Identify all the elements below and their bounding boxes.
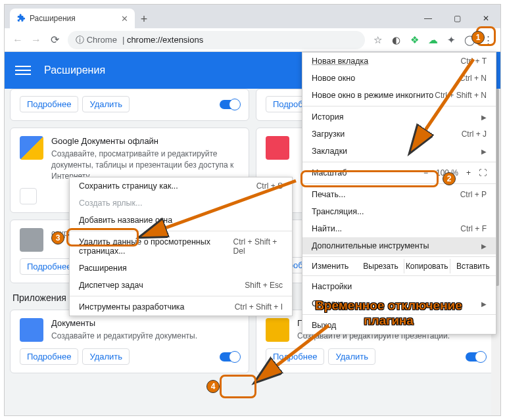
details-button[interactable]: Подробнее (20, 96, 78, 112)
card-title: Google Документы офлайн (51, 136, 239, 146)
menu-find[interactable]: Найти...Ctrl + F (302, 220, 496, 237)
menu-copy[interactable]: Копировать (404, 259, 450, 273)
submenu-save-page[interactable]: Сохранить страницу как...Ctrl + S (70, 177, 292, 195)
details-button[interactable] (20, 188, 37, 204)
titlebar: Расширения ✕ + — ▢ ✕ (5, 5, 500, 28)
submenu-task-manager[interactable]: Диспетчер задачShift + Esc (70, 277, 292, 294)
card-desc: Создавайте и редактируйте документы. (51, 331, 239, 342)
zoom-out-button[interactable]: − (423, 168, 428, 177)
zoom-in-button[interactable]: + (466, 168, 471, 177)
hamburger-icon[interactable] (15, 62, 31, 78)
menu-new-window[interactable]: Новое окноCtrl + N (302, 70, 496, 87)
details-button[interactable]: Подробнее (266, 348, 324, 365)
menu-cast[interactable]: Трансляция... (302, 203, 496, 220)
menu-cut[interactable]: Вырезать (358, 259, 404, 273)
menu-print[interactable]: Печать...Ctrl + P (302, 186, 496, 203)
evernote-icon[interactable]: ❖ (406, 32, 423, 49)
url-text: chrome://extensions (127, 35, 203, 45)
menu-bookmarks[interactable]: Закладки▶ (302, 143, 496, 160)
annotation-badge-3: 3 (51, 231, 64, 245)
menu-incognito[interactable]: Новое окно в режиме инкогнитоCtrl + Shif… (302, 87, 496, 104)
extension-card: Подробнее Удалить (10, 89, 249, 121)
menu-zoom: Масштаб −100 %+⛶ (302, 164, 496, 181)
tab-title: Расширения (30, 14, 76, 23)
menu-settings[interactable]: Настройки (302, 278, 496, 295)
back-button[interactable]: ← (9, 31, 27, 49)
chrome-menu: Новая вкладкаCtrl + T Новое окноCtrl + N… (302, 52, 496, 335)
submenu-create-shortcut[interactable]: Создать ярлык... (70, 195, 292, 212)
close-window-button[interactable]: ✕ (471, 9, 500, 28)
browser-tab[interactable]: Расширения ✕ (10, 9, 135, 28)
card-title: Документы (51, 318, 239, 328)
omnibox[interactable]: ⓘ Chrome | chrome://extensions (68, 31, 365, 49)
more-tools-submenu: Сохранить страницу как...Ctrl + S Создат… (69, 177, 293, 316)
menu-more-tools[interactable]: Дополнительные инструменты▶ (302, 237, 496, 254)
submenu-clear-data[interactable]: Удалить данные о просмотренных страницах… (70, 233, 292, 260)
menu-paste[interactable]: Вставить (450, 259, 496, 273)
menu-new-tab[interactable]: Новая вкладкаCtrl + T (302, 53, 496, 70)
extension-icon (16, 14, 26, 23)
remove-button[interactable]: Удалить (82, 96, 130, 112)
toolbar: ← → ⟳ ⓘ Chrome | chrome://extensions ☆ ◐… (5, 28, 500, 52)
cloud-icon[interactable]: ☁ (424, 32, 441, 49)
new-tab-button[interactable]: + (135, 10, 153, 28)
shield-icon[interactable]: ◐ (387, 32, 404, 49)
puzzle-icon[interactable]: ✦ (443, 32, 460, 49)
toggle-switch[interactable] (466, 352, 485, 362)
submenu-extensions[interactable]: Расширения (70, 260, 292, 277)
page-title: Расширения (44, 64, 105, 76)
details-button[interactable]: Подробнее (20, 348, 78, 365)
fullscreen-icon[interactable]: ⛶ (479, 168, 487, 177)
reload-button[interactable]: ⟳ (45, 31, 64, 49)
remove-button[interactable]: Удалить (328, 348, 375, 365)
remove-button[interactable]: Удалить (82, 348, 130, 365)
pocket-icon (266, 136, 289, 160)
menu-edit-row: Изменить Вырезать Копировать Вставить (302, 259, 496, 273)
menu-downloads[interactable]: ЗагрузкиCtrl + J (302, 126, 496, 143)
minimize-button[interactable]: — (414, 9, 443, 28)
toggle-switch[interactable] (220, 100, 239, 109)
app-card: Документы Создавайте и редактируйте доку… (10, 310, 249, 373)
gdocs-icon (20, 136, 43, 160)
close-icon[interactable]: ✕ (121, 14, 128, 24)
submenu-dev-tools[interactable]: Инструменты разработчикаCtrl + Shift + I (70, 298, 292, 315)
docs-icon (20, 318, 43, 342)
forward-button[interactable]: → (27, 31, 45, 49)
slides-icon (266, 318, 289, 342)
submenu-name-window[interactable]: Добавить название окна (70, 212, 292, 229)
annotation-label: Временное отключение плагина (300, 298, 477, 329)
annotation-badge-4: 4 (206, 380, 220, 393)
site-info-icon[interactable]: ⓘ Chrome (76, 34, 117, 46)
maximize-button[interactable]: ▢ (443, 9, 471, 28)
app-icon (20, 228, 43, 252)
annotation-badge-2: 2 (443, 172, 456, 185)
toggle-switch[interactable] (220, 352, 239, 362)
annotation-badge-1: 1 (471, 31, 485, 44)
star-icon[interactable]: ☆ (369, 32, 386, 49)
menu-history[interactable]: История▶ (302, 108, 496, 126)
